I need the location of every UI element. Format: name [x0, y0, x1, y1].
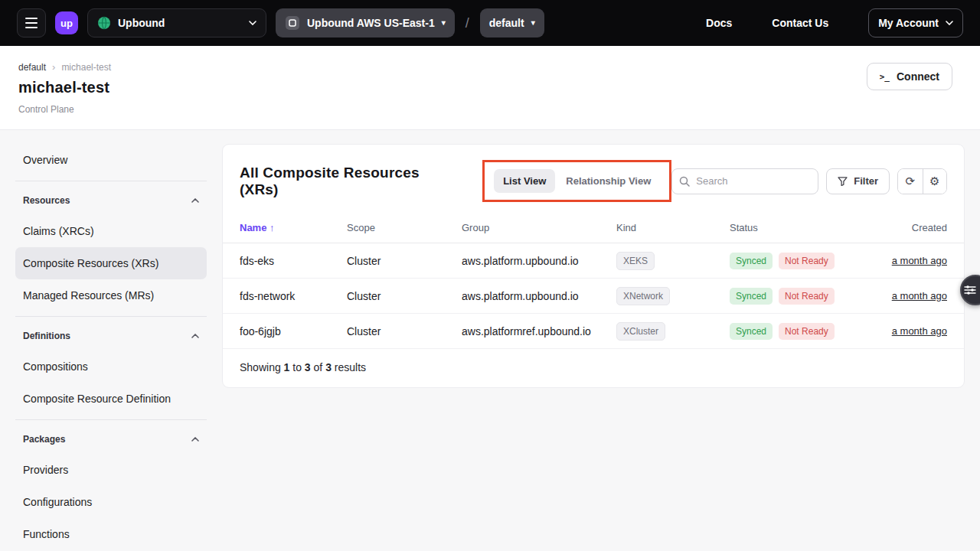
- status-badge-synced: Synced: [730, 323, 773, 340]
- section-title: Definitions: [23, 331, 70, 341]
- my-account-button[interactable]: My Account: [868, 8, 963, 37]
- created-link[interactable]: a month ago: [892, 325, 947, 337]
- kind-badge: XCluster: [616, 322, 665, 341]
- search-icon: [679, 176, 690, 187]
- breadcrumb-separator-icon: ›: [52, 61, 55, 73]
- page-title: michael-test: [18, 79, 962, 96]
- created-link[interactable]: a month ago: [892, 290, 947, 302]
- group-dropdown-label: default: [489, 17, 524, 29]
- section-title: Resources: [23, 195, 70, 206]
- table-row: foo-6jgjb Cluster aws.platformref.upboun…: [223, 314, 964, 349]
- content-area: Overview Resources Claims (XRCs) Composi…: [0, 130, 980, 550]
- created-link[interactable]: a month ago: [892, 255, 947, 266]
- kind-badge: XNetwork: [616, 287, 670, 305]
- page-subtitle: Control Plane: [18, 104, 962, 115]
- table-header: Name ↑ Scope Group Kind Status Created: [223, 213, 964, 243]
- sidebar-section-definitions[interactable]: Definitions: [15, 321, 207, 350]
- filter-button[interactable]: Filter: [826, 168, 890, 194]
- sort-asc-icon: ↑: [270, 222, 275, 233]
- breadcrumb-group[interactable]: default: [18, 62, 46, 73]
- search-box: [671, 168, 818, 194]
- contact-us-link[interactable]: Contact Us: [772, 17, 828, 29]
- column-header-scope: Scope: [347, 222, 462, 233]
- status-badge-not-ready: Not Ready: [779, 323, 835, 340]
- sidebar-item-xrd[interactable]: Composite Resource Definition: [15, 383, 207, 415]
- sidebar-item-providers[interactable]: Providers: [15, 454, 207, 486]
- chevron-down-icon: [946, 21, 953, 25]
- column-header-kind: Kind: [616, 222, 730, 233]
- org-dropdown-label: Upbound: [118, 17, 242, 29]
- chevron-down-icon: [249, 21, 256, 25]
- chevron-down-icon: ▾: [531, 19, 535, 27]
- column-header-status: Status: [730, 222, 887, 233]
- chevron-down-icon: ▾: [442, 19, 446, 27]
- xr-group: aws.platform.upbound.io: [462, 255, 616, 267]
- sidebar-item-composite-resources[interactable]: Composite Resources (XRs): [15, 247, 207, 279]
- control-plane-icon: [285, 15, 300, 31]
- status-badge-not-ready: Not Ready: [779, 288, 835, 305]
- topbar: up Upbound Upbound AWS US-East-1 ▾ / def…: [0, 0, 980, 46]
- org-dropdown[interactable]: Upbound: [87, 8, 266, 37]
- table-footer: Showing 1 to 3 of 3 results: [223, 349, 964, 387]
- xr-group: aws.platformref.upbound.io: [462, 325, 616, 337]
- globe-icon: [97, 16, 111, 30]
- xr-name[interactable]: foo-6jgjb: [240, 325, 347, 337]
- xr-name[interactable]: fds-eks: [240, 255, 347, 267]
- column-header-created: Created: [887, 222, 947, 233]
- xr-scope: Cluster: [347, 255, 462, 267]
- status-badge-synced: Synced: [730, 288, 773, 305]
- card-title: All Composite Resources (XRs): [240, 165, 452, 198]
- sidebar-item-claims[interactable]: Claims (XRCs): [15, 215, 207, 247]
- chevron-up-icon: [191, 334, 199, 338]
- terminal-icon: >_: [880, 72, 890, 82]
- sidebar-section-resources[interactable]: Resources: [15, 186, 207, 215]
- divider: [15, 181, 207, 181]
- upbound-logo: up: [55, 11, 78, 34]
- section-title: Packages: [23, 434, 65, 445]
- xr-list-card: All Composite Resources (XRs) List View …: [222, 144, 965, 388]
- card-header: All Composite Resources (XRs) List View …: [223, 145, 964, 213]
- search-input[interactable]: [671, 168, 818, 194]
- breadcrumb: default › michael-test: [18, 61, 962, 73]
- breadcrumb-current: michael-test: [61, 62, 111, 73]
- divider: [15, 316, 207, 317]
- connect-button[interactable]: >_ Connect: [867, 63, 952, 90]
- docs-link[interactable]: Docs: [706, 17, 732, 29]
- refresh-icon: ⟳: [906, 174, 916, 188]
- status-badge-not-ready: Not Ready: [779, 253, 835, 269]
- list-view-button[interactable]: List View: [494, 169, 555, 193]
- sidebar-item-compositions[interactable]: Compositions: [15, 350, 207, 383]
- control-plane-dropdown[interactable]: Upbound AWS US-East-1 ▾: [276, 8, 455, 37]
- connect-label: Connect: [897, 70, 939, 83]
- filter-label: Filter: [854, 175, 878, 187]
- page-header: default › michael-test michael-test Cont…: [0, 46, 980, 130]
- chevron-up-icon: [191, 198, 199, 203]
- chevron-up-icon: [191, 437, 199, 442]
- path-separator: /: [466, 15, 469, 31]
- divider: [15, 419, 207, 420]
- group-dropdown[interactable]: default ▾: [480, 8, 544, 37]
- sliders-icon: [964, 285, 976, 295]
- sidebar: Overview Resources Claims (XRCs) Composi…: [15, 144, 207, 550]
- column-header-name[interactable]: Name ↑: [240, 222, 347, 233]
- annotation-highlight-box: List View Relationship View: [482, 160, 671, 202]
- sidebar-item-overview[interactable]: Overview: [15, 144, 207, 176]
- table-row: fds-network Cluster aws.platform.upbound…: [223, 279, 964, 314]
- settings-button[interactable]: ⚙: [923, 169, 946, 194]
- xr-group: aws.platform.upbound.io: [462, 290, 616, 302]
- relationship-view-button[interactable]: Relationship View: [557, 169, 660, 193]
- funnel-icon: [838, 177, 848, 186]
- xr-name[interactable]: fds-network: [240, 290, 347, 302]
- status-badge-synced: Synced: [730, 253, 773, 269]
- sidebar-item-functions[interactable]: Functions: [15, 518, 207, 550]
- column-header-group: Group: [462, 222, 616, 233]
- sidebar-item-managed-resources[interactable]: Managed Resources (MRs): [15, 279, 207, 311]
- control-plane-label: Upbound AWS US-East-1: [307, 17, 435, 29]
- menu-button[interactable]: [17, 8, 46, 37]
- sidebar-section-packages[interactable]: Packages: [15, 425, 207, 454]
- refresh-button[interactable]: ⟳: [898, 169, 922, 194]
- kind-badge: XEKS: [616, 252, 655, 270]
- result-from: 1: [284, 361, 290, 373]
- table-tools: ⟳ ⚙: [897, 168, 947, 194]
- sidebar-item-configurations[interactable]: Configurations: [15, 486, 207, 518]
